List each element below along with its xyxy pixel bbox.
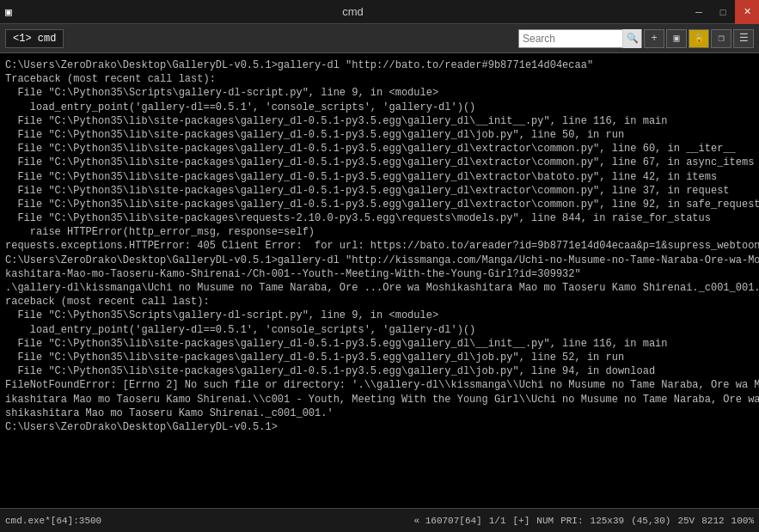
console-line: Traceback (most recent call last): [5, 72, 754, 86]
console-line: File "C:\Python35\lib\site-packages\gall… [5, 184, 754, 198]
console-line: requests.exceptions.HTTPError: 405 Clien… [5, 239, 754, 253]
console-line: .\gallery-dl\kissmanga\Uchi no Musume no… [5, 281, 754, 295]
maximize-button[interactable]: □ [711, 0, 735, 24]
console-line: load_entry_point('gallery-dl==0.5.1', 'c… [5, 101, 754, 114]
close-button[interactable]: ✕ [735, 0, 759, 24]
status-dimensions: 125x39 [591, 516, 625, 526]
search-button[interactable]: 🔍 [622, 29, 641, 48]
add-icon-button[interactable]: + [644, 29, 664, 48]
console-line: File "C:\Python35\Scripts\gallery-dl-scr… [5, 86, 754, 100]
search-icon: 🔍 [627, 33, 639, 44]
console-line: File "C:\Python35\lib\site-packages\gall… [5, 156, 754, 169]
console-line: File "C:\Python35\lib\site-packages\gall… [5, 198, 754, 211]
console-line: File "C:\Python35\lib\site-packages\requ… [5, 211, 754, 225]
status-number: 8212 [701, 516, 724, 526]
console-line: kashitara-Mao-mo-Taoseru-Kamo-Shirenai-/… [5, 267, 754, 281]
status-num: NUM [536, 516, 554, 526]
console-line: File "C:\Python35\lib\site-packages\gall… [5, 142, 754, 156]
plus-icon: + [651, 33, 657, 45]
prompt-label: <1> cmd [5, 29, 64, 48]
lock-icon-button[interactable]: 🔓 [689, 29, 709, 48]
console-line: C:\Users\ZeroDrako\Desktop\GalleryDL-v0.… [5, 420, 754, 434]
status-zoom: 100% [731, 516, 754, 526]
console-line: C:\Users\ZeroDrako\Desktop\GalleryDL-v0.… [5, 254, 754, 267]
titlebar-left: ▣ [0, 5, 19, 19]
view-icon: ☰ [739, 32, 749, 45]
console-line: File "C:\Python35\lib\site-packages\gall… [5, 170, 754, 184]
toolbar-search: 🔍 + ▣ 🔓 ❐ ☰ [518, 29, 754, 48]
search-box: 🔍 [518, 29, 642, 48]
status-cursor: (45,30) [631, 516, 670, 526]
console-line: ikashitara Mao mo Taoseru Kamo Shirenai.… [5, 393, 754, 407]
view-icon-button[interactable]: ☰ [733, 29, 754, 48]
copy-icon-button[interactable]: ❐ [711, 29, 731, 48]
copy-icon: ❐ [718, 32, 724, 45]
console-line: File "C:\Python35\lib\site-packages\gall… [5, 364, 754, 378]
console-line: File "C:\Python35\lib\site-packages\gall… [5, 337, 754, 351]
console-line: File "C:\Python35\Scripts\gallery-dl-scr… [5, 309, 754, 322]
console-output: C:\Users\ZeroDrako\Desktop\GalleryDL-v0.… [0, 53, 759, 508]
console-line: C:\Users\ZeroDrako\Desktop\GalleryDL-v0.… [5, 58, 754, 72]
window-title: cmd [19, 5, 687, 18]
status-fraction: 1/1 [489, 516, 506, 526]
console-line: load_entry_point('gallery-dl==0.5.1', 'c… [5, 323, 754, 337]
monitor-icon: ▣ [673, 32, 679, 45]
console-line: File "C:\Python35\lib\site-packages\gall… [5, 114, 754, 128]
window-controls: ─ □ ✕ [687, 0, 759, 24]
console-line: shikashitara Mao mo Taoseru Kamo Shirena… [5, 407, 754, 420]
console-line: raceback (most recent call last): [5, 295, 754, 309]
status-process: cmd.exe*[64]:3500 [5, 516, 413, 526]
console-line: File "C:\Python35\lib\site-packages\gall… [5, 351, 754, 364]
cmd-icon: ▣ [5, 5, 19, 19]
console-line: raise HTTPError(http_error_msg, response… [5, 225, 754, 239]
search-input[interactable] [519, 30, 622, 47]
status-plus: [+] [513, 516, 530, 526]
console-line: FileNotFoundError: [Errno 2] No such fil… [5, 378, 754, 392]
statusbar: cmd.exe*[64]:3500 « 160707[64] 1/1 [+] N… [0, 508, 759, 532]
minimize-button[interactable]: ─ [687, 0, 711, 24]
status-pri: PRI: [560, 516, 583, 526]
status-voltage: 25V [677, 516, 695, 526]
monitor-icon-button[interactable]: ▣ [666, 29, 687, 48]
toolbar: <1> cmd 🔍 + ▣ 🔓 ❐ ☰ [0, 24, 759, 53]
titlebar: ▣ cmd ─ □ ✕ [0, 0, 759, 24]
console-line: File "C:\Python35\lib\site-packages\gall… [5, 128, 754, 142]
lock-icon: 🔓 [694, 34, 704, 44]
status-position: « 160707[64] [413, 516, 481, 526]
